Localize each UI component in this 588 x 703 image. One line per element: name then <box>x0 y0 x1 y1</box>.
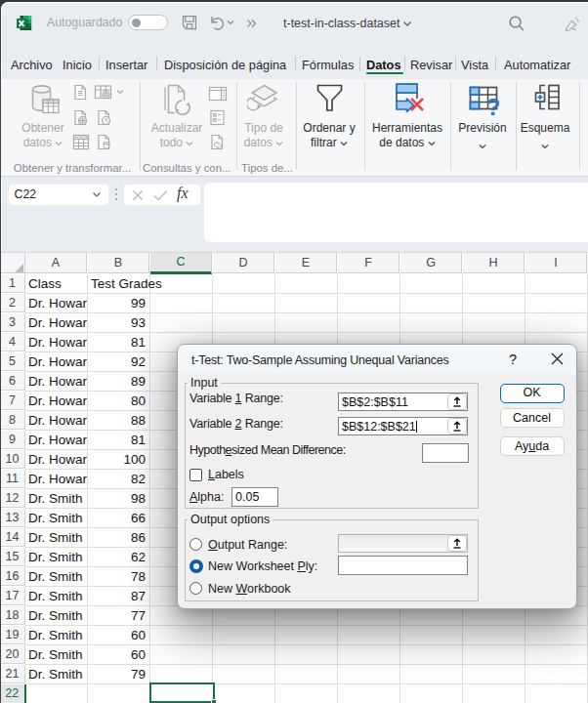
svg-text:?: ? <box>486 94 499 115</box>
